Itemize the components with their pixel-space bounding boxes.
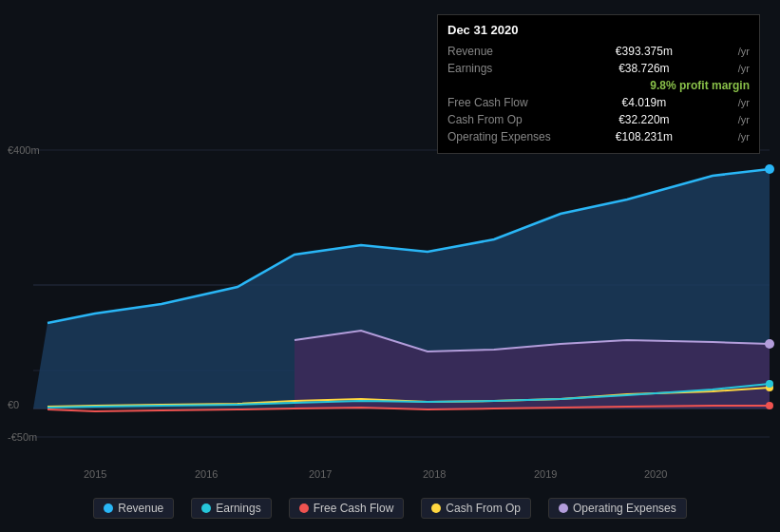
tooltip-row-margin: 9.8% profit margin xyxy=(447,77,750,94)
tooltip-unit-opex: /yr xyxy=(738,131,750,142)
svg-point-9 xyxy=(766,380,773,388)
x-label-2019: 2019 xyxy=(534,468,557,480)
x-label-2018: 2018 xyxy=(423,468,446,480)
tooltip-value-opex: €108.231m xyxy=(616,130,673,143)
y-label-0: €0 xyxy=(8,399,19,410)
earnings-dot xyxy=(201,504,211,513)
earnings-legend[interactable]: Earnings xyxy=(191,498,271,519)
tooltip-row-opex: Operating Expenses €108.231m /yr xyxy=(447,128,750,145)
tooltip-row-earnings: Earnings €38.726m /yr xyxy=(447,60,750,77)
chart-container: €400m €0 -€50m 2015 2016 2017 2018 2019 … xyxy=(0,0,780,532)
revenue-dot xyxy=(104,504,113,513)
revenue-legend[interactable]: Revenue xyxy=(93,498,174,519)
svg-point-6 xyxy=(765,164,774,174)
revenue-legend-label: Revenue xyxy=(118,502,163,515)
x-label-2015: 2015 xyxy=(84,468,106,480)
tooltip-profit-margin: 9.8% profit margin xyxy=(650,79,750,92)
tooltip-value-cashfromop: €32.220m xyxy=(618,113,669,126)
cashfromop-dot xyxy=(431,504,441,513)
earnings-legend-label: Earnings xyxy=(216,502,260,515)
tooltip-row-fcf: Free Cash Flow €4.019m /yr xyxy=(447,94,750,111)
tooltip-value-fcf: €4.019m xyxy=(622,96,667,109)
tooltip-label-fcf: Free Cash Flow xyxy=(447,96,552,109)
tooltip-box: Dec 31 2020 Revenue €393.375m /yr Earnin… xyxy=(437,14,760,154)
cashfromop-legend[interactable]: Cash From Op xyxy=(421,498,531,519)
tooltip-unit-fcf: /yr xyxy=(738,97,750,108)
tooltip-label-opex: Operating Expenses xyxy=(447,130,552,143)
opex-legend[interactable]: Operating Expenses xyxy=(548,498,687,519)
tooltip-title: Dec 31 2020 xyxy=(447,23,750,37)
fcf-legend-label: Free Cash Flow xyxy=(314,502,394,515)
fcf-legend[interactable]: Free Cash Flow xyxy=(289,498,405,519)
x-label-2017: 2017 xyxy=(309,468,332,480)
y-label-400m: €400m xyxy=(8,144,40,156)
tooltip-label-cashfromop: Cash From Op xyxy=(447,113,552,126)
svg-point-10 xyxy=(766,402,773,409)
tooltip-label-revenue: Revenue xyxy=(447,45,552,58)
x-label-2020: 2020 xyxy=(644,468,667,480)
tooltip-unit-earnings: /yr xyxy=(738,63,750,74)
opex-dot xyxy=(559,504,568,513)
x-label-2016: 2016 xyxy=(195,468,218,480)
tooltip-row-revenue: Revenue €393.375m /yr xyxy=(447,43,750,60)
tooltip-value-revenue: €393.375m xyxy=(616,45,673,58)
fcf-dot xyxy=(299,504,309,513)
cashfromop-legend-label: Cash From Op xyxy=(446,502,521,515)
tooltip-unit-revenue: /yr xyxy=(738,46,750,57)
tooltip-label-earnings: Earnings xyxy=(447,62,552,75)
tooltip-unit-cashfromop: /yr xyxy=(738,114,750,125)
opex-legend-label: Operating Expenses xyxy=(573,502,676,515)
tooltip-row-cashfromop: Cash From Op €32.220m /yr xyxy=(447,111,750,128)
y-label-neg50m: -€50m xyxy=(8,431,37,443)
svg-point-7 xyxy=(765,339,774,349)
legend: Revenue Earnings Free Cash Flow Cash Fro… xyxy=(0,498,780,519)
tooltip-value-earnings: €38.726m xyxy=(618,62,669,75)
